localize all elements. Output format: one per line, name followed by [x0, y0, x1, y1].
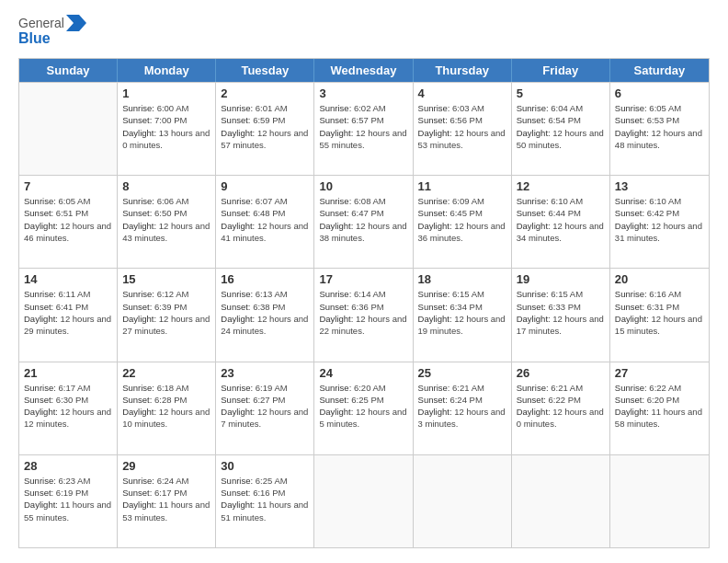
calendar-body: 1 Sunrise: 6:00 AM Sunset: 7:00 PM Dayli… — [19, 82, 709, 547]
day-info: Sunrise: 6:10 AM Sunset: 6:42 PM Dayligh… — [615, 195, 704, 244]
day-of-week-header: Sunday — [19, 59, 118, 82]
day-number: 5 — [517, 86, 605, 100]
day-number: 21 — [24, 366, 112, 380]
day-info: Sunrise: 6:20 AM Sunset: 6:25 PM Dayligh… — [319, 382, 407, 431]
day-number: 2 — [221, 86, 309, 100]
day-of-week-header: Monday — [118, 59, 216, 82]
calendar-cell — [414, 455, 512, 547]
calendar-cell: 8 Sunrise: 6:06 AM Sunset: 6:50 PM Dayli… — [118, 176, 216, 268]
day-number: 12 — [517, 179, 605, 193]
day-number: 3 — [319, 86, 407, 100]
logo-chevron-icon — [66, 15, 86, 31]
day-number: 17 — [319, 272, 407, 286]
day-number: 27 — [615, 366, 704, 380]
day-number: 9 — [221, 179, 309, 193]
calendar-cell: 4 Sunrise: 6:03 AM Sunset: 6:56 PM Dayli… — [414, 83, 512, 175]
calendar-header: SundayMondayTuesdayWednesdayThursdayFrid… — [19, 59, 709, 82]
calendar-cell: 17 Sunrise: 6:14 AM Sunset: 6:36 PM Dayl… — [314, 269, 413, 361]
day-number: 6 — [615, 86, 704, 100]
day-number: 14 — [24, 272, 112, 286]
calendar-week: 1 Sunrise: 6:00 AM Sunset: 7:00 PM Dayli… — [19, 82, 709, 175]
calendar-cell: 19 Sunrise: 6:15 AM Sunset: 6:33 PM Dayl… — [512, 269, 610, 361]
day-info: Sunrise: 6:03 AM Sunset: 6:56 PM Dayligh… — [418, 102, 506, 151]
svg-marker-0 — [66, 15, 86, 31]
calendar-week: 14 Sunrise: 6:11 AM Sunset: 6:41 PM Dayl… — [19, 268, 709, 361]
day-number: 7 — [24, 179, 112, 193]
calendar-cell: 11 Sunrise: 6:09 AM Sunset: 6:45 PM Dayl… — [414, 176, 512, 268]
day-info: Sunrise: 6:15 AM Sunset: 6:33 PM Dayligh… — [517, 288, 605, 337]
day-number: 10 — [319, 179, 407, 193]
calendar-week: 7 Sunrise: 6:05 AM Sunset: 6:51 PM Dayli… — [19, 175, 709, 268]
calendar-cell: 26 Sunrise: 6:21 AM Sunset: 6:22 PM Dayl… — [512, 362, 610, 454]
day-number: 11 — [418, 179, 506, 193]
day-number: 13 — [615, 179, 704, 193]
calendar-cell: 2 Sunrise: 6:01 AM Sunset: 6:59 PM Dayli… — [216, 83, 314, 175]
calendar-cell: 28 Sunrise: 6:23 AM Sunset: 6:19 PM Dayl… — [19, 455, 118, 547]
day-of-week-header: Wednesday — [314, 59, 413, 82]
header: General Blue — [18, 15, 710, 49]
calendar-cell: 5 Sunrise: 6:04 AM Sunset: 6:54 PM Dayli… — [512, 83, 610, 175]
calendar-cell: 18 Sunrise: 6:15 AM Sunset: 6:34 PM Dayl… — [414, 269, 512, 361]
calendar-cell: 3 Sunrise: 6:02 AM Sunset: 6:57 PM Dayli… — [314, 83, 413, 175]
day-info: Sunrise: 6:04 AM Sunset: 6:54 PM Dayligh… — [517, 102, 605, 151]
day-info: Sunrise: 6:06 AM Sunset: 6:50 PM Dayligh… — [122, 195, 210, 244]
calendar-cell: 24 Sunrise: 6:20 AM Sunset: 6:25 PM Dayl… — [314, 362, 413, 454]
calendar-cell — [19, 83, 118, 175]
day-info: Sunrise: 6:14 AM Sunset: 6:36 PM Dayligh… — [319, 288, 407, 337]
calendar-week: 21 Sunrise: 6:17 AM Sunset: 6:30 PM Dayl… — [19, 362, 709, 454]
page: General Blue SundayMondayTuesdayWednesda… — [0, 0, 728, 563]
day-of-week-header: Friday — [512, 59, 610, 82]
day-info: Sunrise: 6:23 AM Sunset: 6:19 PM Dayligh… — [24, 475, 112, 523]
calendar-cell — [314, 455, 413, 547]
day-info: Sunrise: 6:13 AM Sunset: 6:38 PM Dayligh… — [221, 288, 309, 337]
day-info: Sunrise: 6:15 AM Sunset: 6:34 PM Dayligh… — [418, 288, 506, 337]
day-number: 29 — [122, 459, 210, 473]
day-number: 22 — [122, 366, 210, 380]
day-of-week-header: Tuesday — [216, 59, 314, 82]
calendar-cell: 25 Sunrise: 6:21 AM Sunset: 6:24 PM Dayl… — [414, 362, 512, 454]
calendar-cell: 6 Sunrise: 6:05 AM Sunset: 6:53 PM Dayli… — [610, 83, 709, 175]
calendar-cell: 30 Sunrise: 6:25 AM Sunset: 6:16 PM Dayl… — [216, 455, 314, 547]
day-info: Sunrise: 6:19 AM Sunset: 6:27 PM Dayligh… — [221, 382, 309, 431]
day-info: Sunrise: 6:22 AM Sunset: 6:20 PM Dayligh… — [615, 382, 704, 431]
day-info: Sunrise: 6:00 AM Sunset: 7:00 PM Dayligh… — [122, 102, 210, 151]
calendar: SundayMondayTuesdayWednesdayThursdayFrid… — [18, 58, 710, 548]
calendar-cell: 14 Sunrise: 6:11 AM Sunset: 6:41 PM Dayl… — [19, 269, 118, 361]
calendar-cell: 23 Sunrise: 6:19 AM Sunset: 6:27 PM Dayl… — [216, 362, 314, 454]
calendar-cell — [610, 455, 709, 547]
calendar-cell: 22 Sunrise: 6:18 AM Sunset: 6:28 PM Dayl… — [118, 362, 216, 454]
day-info: Sunrise: 6:16 AM Sunset: 6:31 PM Dayligh… — [615, 288, 704, 337]
calendar-cell: 27 Sunrise: 6:22 AM Sunset: 6:20 PM Dayl… — [610, 362, 709, 454]
day-info: Sunrise: 6:05 AM Sunset: 6:53 PM Dayligh… — [615, 102, 704, 151]
day-info: Sunrise: 6:02 AM Sunset: 6:57 PM Dayligh… — [319, 102, 407, 151]
calendar-cell: 20 Sunrise: 6:16 AM Sunset: 6:31 PM Dayl… — [610, 269, 709, 361]
day-of-week-header: Saturday — [610, 59, 709, 82]
day-of-week-header: Thursday — [414, 59, 512, 82]
calendar-cell: 16 Sunrise: 6:13 AM Sunset: 6:38 PM Dayl… — [216, 269, 314, 361]
day-number: 15 — [122, 272, 210, 286]
day-number: 28 — [24, 459, 112, 473]
calendar-cell: 12 Sunrise: 6:10 AM Sunset: 6:44 PM Dayl… — [512, 176, 610, 268]
day-number: 25 — [418, 366, 506, 380]
calendar-cell: 15 Sunrise: 6:12 AM Sunset: 6:39 PM Dayl… — [118, 269, 216, 361]
day-info: Sunrise: 6:01 AM Sunset: 6:59 PM Dayligh… — [221, 102, 309, 151]
day-number: 18 — [418, 272, 506, 286]
day-info: Sunrise: 6:21 AM Sunset: 6:24 PM Dayligh… — [418, 382, 506, 431]
calendar-week: 28 Sunrise: 6:23 AM Sunset: 6:19 PM Dayl… — [19, 454, 709, 547]
day-number: 19 — [517, 272, 605, 286]
logo: General Blue — [18, 15, 86, 49]
day-info: Sunrise: 6:24 AM Sunset: 6:17 PM Dayligh… — [122, 475, 210, 523]
calendar-cell: 1 Sunrise: 6:00 AM Sunset: 7:00 PM Dayli… — [118, 83, 216, 175]
day-number: 1 — [122, 86, 210, 100]
day-info: Sunrise: 6:05 AM Sunset: 6:51 PM Dayligh… — [24, 195, 112, 244]
calendar-cell: 10 Sunrise: 6:08 AM Sunset: 6:47 PM Dayl… — [314, 176, 413, 268]
day-info: Sunrise: 6:12 AM Sunset: 6:39 PM Dayligh… — [122, 288, 210, 337]
day-number: 4 — [418, 86, 506, 100]
day-number: 24 — [319, 366, 407, 380]
calendar-cell: 13 Sunrise: 6:10 AM Sunset: 6:42 PM Dayl… — [610, 176, 709, 268]
calendar-cell: 29 Sunrise: 6:24 AM Sunset: 6:17 PM Dayl… — [118, 455, 216, 547]
calendar-cell — [512, 455, 610, 547]
day-number: 16 — [221, 272, 309, 286]
calendar-cell: 9 Sunrise: 6:07 AM Sunset: 6:48 PM Dayli… — [216, 176, 314, 268]
day-info: Sunrise: 6:11 AM Sunset: 6:41 PM Dayligh… — [24, 288, 112, 337]
